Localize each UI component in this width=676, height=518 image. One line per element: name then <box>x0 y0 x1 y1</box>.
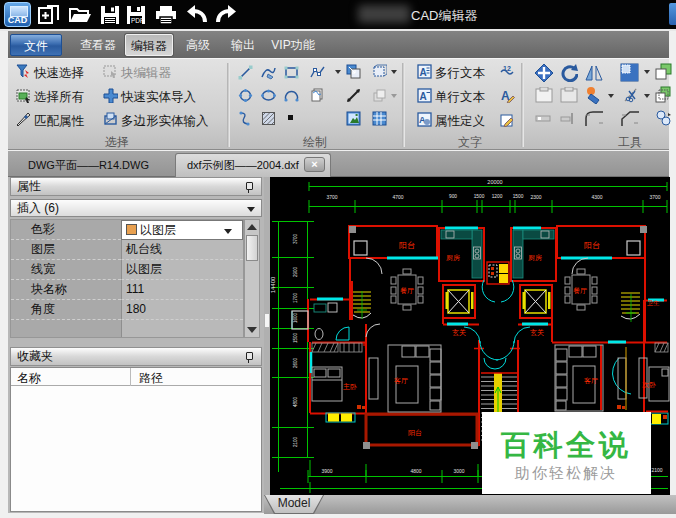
svg-text:阳台: 阳台 <box>408 429 422 437</box>
svg-text:14400: 14400 <box>270 276 276 293</box>
svg-text:卫生: 卫生 <box>647 299 659 306</box>
svg-text:2600: 2600 <box>293 357 298 368</box>
svg-text:PDF: PDF <box>131 17 144 24</box>
svg-text:4700: 4700 <box>392 194 403 200</box>
svg-text:餐厅: 餐厅 <box>573 287 587 294</box>
svg-text:1500: 1500 <box>513 194 524 199</box>
svg-text:1500: 1500 <box>293 332 298 343</box>
svg-text:1500: 1500 <box>474 194 485 199</box>
svg-text:12: 12 <box>503 65 511 72</box>
svg-text:1600: 1600 <box>293 312 298 323</box>
svg-text:2100: 2100 <box>651 467 662 473</box>
svg-text:900: 900 <box>449 194 457 199</box>
svg-text:主卧: 主卧 <box>343 382 357 390</box>
svg-text:2100: 2100 <box>293 436 298 447</box>
svg-text:20000: 20000 <box>487 179 502 185</box>
svg-text:阳台: 阳台 <box>399 241 415 250</box>
svg-text:阳台: 阳台 <box>584 241 600 250</box>
svg-text:1700: 1700 <box>293 292 298 303</box>
svg-text:玄关: 玄关 <box>452 328 466 336</box>
svg-text:3700: 3700 <box>293 233 298 244</box>
svg-text:百科全说: 百科全说 <box>500 429 631 461</box>
svg-text:客厅: 客厅 <box>394 377 408 384</box>
svg-text:客厅: 客厅 <box>584 377 598 384</box>
svg-text:3000: 3000 <box>453 468 464 474</box>
svg-text:助你轻松解决: 助你轻松解决 <box>514 464 617 481</box>
svg-text:3700: 3700 <box>649 194 660 200</box>
svg-text:4800: 4800 <box>410 468 421 474</box>
svg-text:3900: 3900 <box>321 468 332 474</box>
svg-text:4300: 4300 <box>591 194 602 200</box>
svg-text:4800: 4800 <box>293 396 298 407</box>
svg-text:1200: 1200 <box>492 194 503 199</box>
svg-text:餐厅: 餐厅 <box>400 287 414 294</box>
svg-text:玄关: 玄关 <box>530 328 544 336</box>
svg-text:2900: 2900 <box>293 266 298 277</box>
svg-text:3700: 3700 <box>326 194 337 200</box>
svg-text:A: A <box>420 67 427 78</box>
svg-text:A: A <box>420 91 427 102</box>
svg-text:厨房: 厨房 <box>446 254 460 261</box>
svg-text:次卧: 次卧 <box>642 381 656 389</box>
svg-text:2300: 2300 <box>530 194 541 200</box>
svg-text:厨房: 厨房 <box>528 254 542 261</box>
